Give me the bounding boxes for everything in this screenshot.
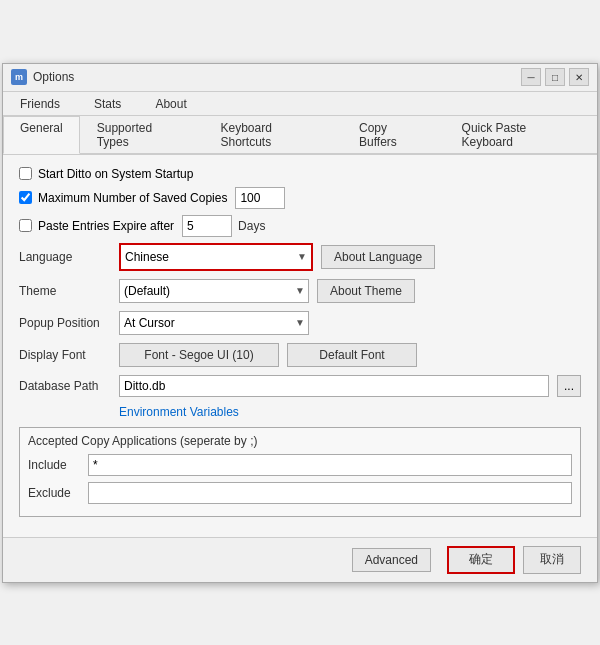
database-path-row: Database Path ... [19,375,581,397]
max-copies-label: Maximum Number of Saved Copies [38,191,227,205]
tab-supported-types[interactable]: Supported Types [80,116,204,153]
days-label: Days [238,219,265,233]
title-bar-left: m Options [11,69,74,85]
max-copies-checkbox[interactable] [19,191,32,204]
font-select-button[interactable]: Font - Segoe UI (10) [119,343,279,367]
tab-about[interactable]: About [138,92,203,115]
exclude-row: Exclude [28,482,572,504]
paste-expire-input[interactable]: 5 [182,215,232,237]
theme-select-wrapper: (Default) ▼ [119,279,309,303]
maximize-button[interactable]: □ [545,68,565,86]
database-path-label: Database Path [19,379,119,393]
tab-row-2: General Supported Types Keyboard Shortcu… [3,116,597,155]
tab-keyboard-shortcuts[interactable]: Keyboard Shortcuts [203,116,342,153]
environment-variables-link[interactable]: Environment Variables [119,405,239,419]
max-copies-row: Maximum Number of Saved Copies 100 [19,187,581,209]
app-icon: m [11,69,27,85]
display-font-row: Display Font Font - Segoe UI (10) Defaul… [19,343,581,367]
options-window: m Options ─ □ ✕ Friends Stats About Gene… [2,63,598,583]
accepted-copy-title: Accepted Copy Applications (seperate by … [28,434,572,448]
include-input[interactable] [88,454,572,476]
include-row: Include [28,454,572,476]
max-copies-input[interactable]: 100 [235,187,285,209]
ellipsis-button[interactable]: ... [557,375,581,397]
exclude-label: Exclude [28,486,88,500]
language-select-wrapper: Chinese English ▼ [119,243,313,271]
startup-checkbox[interactable] [19,167,32,180]
exclude-input[interactable] [88,482,572,504]
tab-row-1: Friends Stats About [3,92,597,116]
title-controls: ─ □ ✕ [521,68,589,86]
window-title: Options [33,70,74,84]
default-font-button[interactable]: Default Font [287,343,417,367]
theme-label: Theme [19,284,119,298]
accepted-copy-group: Accepted Copy Applications (seperate by … [19,427,581,517]
about-language-button[interactable]: About Language [321,245,435,269]
display-font-label: Display Font [19,348,119,362]
cancel-button[interactable]: 取消 [523,546,581,574]
language-label: Language [19,250,119,264]
minimize-button[interactable]: ─ [521,68,541,86]
theme-row: Theme (Default) ▼ About Theme [19,279,581,303]
tab-stats[interactable]: Stats [77,92,138,115]
startup-row: Start Ditto on System Startup [19,167,581,181]
database-path-input[interactable] [119,375,549,397]
popup-position-label: Popup Position [19,316,119,330]
bottom-bar: Advanced 确定 取消 [3,537,597,582]
tab-copy-buffers[interactable]: Copy Buffers [342,116,445,153]
include-label: Include [28,458,88,472]
popup-position-select[interactable]: At Cursor Mouse Position [119,311,309,335]
advanced-button[interactable]: Advanced [352,548,431,572]
content-area: Start Ditto on System Startup Maximum Nu… [3,155,597,537]
env-variables-row: Environment Variables [19,405,581,419]
title-bar: m Options ─ □ ✕ [3,64,597,92]
paste-expire-label: Paste Entries Expire after [38,219,174,233]
about-theme-button[interactable]: About Theme [317,279,415,303]
ok-button[interactable]: 确定 [447,546,515,574]
language-select[interactable]: Chinese English [121,245,311,269]
popup-position-row: Popup Position At Cursor Mouse Position … [19,311,581,335]
theme-select[interactable]: (Default) [119,279,309,303]
tab-quick-paste[interactable]: Quick Paste Keyboard [445,116,597,153]
language-row: Language Chinese English ▼ About Languag… [19,243,581,271]
tab-friends[interactable]: Friends [3,92,77,115]
popup-position-select-wrapper: At Cursor Mouse Position ▼ [119,311,309,335]
bottom-right-buttons: 确定 取消 [447,546,581,574]
paste-expire-checkbox[interactable] [19,219,32,232]
startup-label: Start Ditto on System Startup [38,167,193,181]
paste-expire-row: Paste Entries Expire after 5 Days [19,215,581,237]
tab-general[interactable]: General [3,116,80,154]
close-button[interactable]: ✕ [569,68,589,86]
